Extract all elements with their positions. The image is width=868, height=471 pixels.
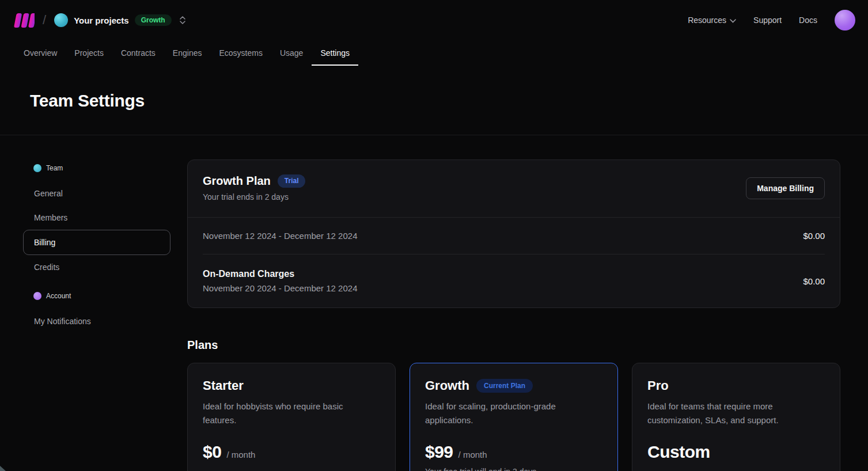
title-band: Team Settings [0, 66, 868, 135]
starter-plan-name: Starter [203, 378, 244, 393]
team-switcher[interactable]: Your projects Growth [54, 13, 187, 27]
starter-plan-description: Ideal for hobbyists who require basic fe… [203, 400, 370, 427]
account-section-label: Account [46, 292, 71, 300]
support-link[interactable]: Support [753, 16, 782, 25]
docs-link[interactable]: Docs [799, 16, 817, 25]
starter-price-suffix: / month [226, 450, 255, 459]
billing-summary-card: Growth Plan Trial Your trial ends in 2 d… [187, 159, 840, 308]
on-demand-title: On-Demand Charges [203, 269, 358, 279]
pro-plan-name: Pro [647, 378, 669, 393]
team-dot-avatar [33, 164, 41, 172]
plan-card-starter: Starter Ideal for hobbyists who require … [187, 363, 396, 471]
sidebar-item-members[interactable]: Members [23, 206, 170, 230]
tab-contracts[interactable]: Contracts [112, 40, 164, 66]
pro-plan-price: Custom [647, 442, 710, 462]
tab-settings[interactable]: Settings [312, 40, 358, 66]
tab-engines[interactable]: Engines [164, 40, 211, 66]
growth-plan-name: Growth [425, 378, 469, 393]
plan-card-pro: Pro Ideal for teams that require more cu… [632, 363, 840, 471]
sidebar-item-billing[interactable]: Billing [23, 230, 170, 255]
chevron-updown-icon[interactable] [179, 15, 187, 25]
user-avatar[interactable] [835, 10, 855, 31]
billing-period-row: November 12 2024 - December 12 2024 $0.0… [188, 217, 840, 254]
billing-period: November 12 2024 - December 12 2024 [203, 231, 358, 241]
page-title: Team Settings [30, 91, 838, 111]
tab-usage[interactable]: Usage [271, 40, 312, 66]
plan-grid: Starter Ideal for hobbyists who require … [187, 363, 840, 471]
breadcrumb-separator: / [41, 13, 47, 28]
top-header: / Your projects Growth Resources Support… [0, 0, 868, 40]
sidebar-item-credits[interactable]: Credits [23, 255, 170, 279]
current-plan-title: Growth Plan [203, 174, 271, 188]
team-name: Your projects [74, 16, 129, 25]
active-tab-indicator [312, 64, 358, 66]
team-avatar [54, 13, 68, 27]
tab-projects[interactable]: Projects [66, 40, 112, 66]
account-dot-avatar [33, 292, 41, 300]
starter-plan-price: $0 [203, 442, 221, 462]
resources-menu[interactable]: Resources [688, 16, 736, 25]
team-plan-badge: Growth [135, 14, 172, 26]
tab-ecosystems[interactable]: Ecosystems [210, 40, 271, 66]
growth-plan-price: $99 [425, 442, 453, 462]
pro-plan-description: Ideal for teams that require more custom… [647, 400, 814, 427]
growth-price-suffix: / month [458, 450, 487, 459]
billing-period-amount: $0.00 [803, 231, 825, 241]
chevron-down-icon [730, 16, 736, 25]
sidebar-section-team: Team [23, 159, 170, 177]
team-section-label: Team [46, 164, 63, 172]
trial-ends-text: Your trial ends in 2 days [203, 192, 305, 202]
tab-overview[interactable]: Overview [15, 40, 66, 66]
sidebar-section-account: Account [23, 287, 170, 305]
sidebar-item-general[interactable]: General [23, 181, 170, 206]
thirdweb-logo-icon[interactable] [13, 13, 35, 28]
growth-plan-description: Ideal for scaling, production-grade appl… [425, 400, 592, 427]
on-demand-amount: $0.00 [803, 276, 825, 286]
growth-trial-note: Your free trial will end in 3 days. [425, 467, 602, 471]
current-plan-badge: Current Plan [476, 379, 533, 393]
on-demand-period: November 20 2024 - December 12 2024 [203, 283, 358, 293]
plan-card-growth: Growth Current Plan Ideal for scaling, p… [410, 363, 618, 471]
on-demand-charges-row: On-Demand Charges November 20 2024 - Dec… [188, 255, 840, 307]
main-tabbar: Overview Projects Contracts Engines Ecos… [0, 40, 868, 66]
manage-billing-button[interactable]: Manage Billing [746, 177, 825, 199]
sidebar-item-notifications[interactable]: My Notifications [23, 309, 170, 333]
settings-sidebar: Team General Members Billing Credits Acc… [23, 159, 170, 471]
plans-heading: Plans [187, 339, 840, 352]
trial-badge: Trial [278, 174, 306, 187]
resources-label: Resources [688, 16, 726, 25]
